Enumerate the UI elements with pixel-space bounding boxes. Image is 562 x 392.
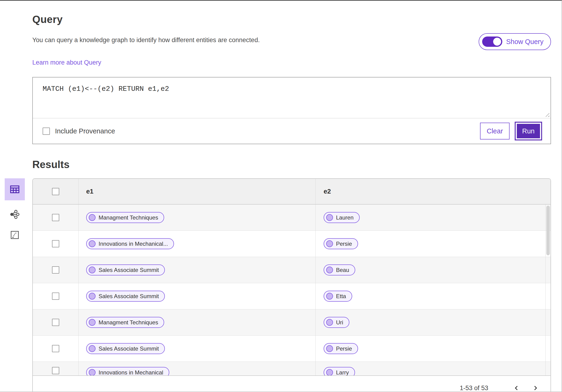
query-page: Query You can query a knowledge graph to… — [0, 0, 562, 392]
path-view-button[interactable] — [5, 228, 25, 242]
table-row: Sales Associate Summit Persie — [33, 336, 550, 362]
entity-pill[interactable]: Beau — [324, 265, 355, 276]
entity-node-icon — [89, 214, 95, 221]
show-query-label: Show Query — [506, 38, 543, 46]
chevron-left-icon — [513, 384, 520, 392]
entity-pill[interactable]: Persie — [324, 238, 358, 249]
entity-pill[interactable]: Lauren — [324, 212, 360, 223]
results-area: e1 e2 Managment Techniques Lauren Innova… — [32, 178, 551, 392]
entity-node-icon — [89, 319, 95, 326]
entity-label: Larry — [336, 369, 349, 376]
entity-label: Managment Techniques — [99, 214, 158, 221]
entity-node-icon — [326, 369, 333, 375]
entity-pill[interactable]: Innovations in Mechanical... — [86, 238, 174, 249]
toggle-switch-icon[interactable] — [482, 36, 502, 47]
entity-pill[interactable]: Managment Techniques — [86, 317, 164, 328]
entity-pill[interactable]: Innovations in Mechanical — [86, 367, 169, 375]
header-row: You can query a knowledge graph to ident… — [32, 35, 551, 50]
entity-pill[interactable]: Managment Techniques — [86, 212, 164, 223]
row-checkbox[interactable] — [52, 240, 59, 247]
resize-handle-icon[interactable] — [544, 111, 549, 117]
table-icon — [9, 184, 21, 195]
entity-node-icon — [89, 369, 95, 375]
entity-node-icon — [326, 214, 333, 221]
toggle-knob — [493, 38, 501, 46]
entity-pill[interactable]: Persie — [324, 343, 358, 354]
entity-pill[interactable]: Uri — [324, 317, 349, 328]
entity-node-icon — [89, 266, 95, 273]
entity-node-icon — [89, 293, 95, 300]
chevron-right-icon — [532, 384, 539, 392]
results-table: e1 e2 Managment Techniques Lauren Innova… — [32, 178, 551, 392]
entity-pill[interactable]: Sales Associate Summit — [86, 343, 165, 354]
entity-label: Persie — [336, 346, 352, 352]
table-row: Sales Associate Summit Etta — [33, 283, 550, 309]
entity-node-icon — [326, 345, 333, 352]
page-title: Query — [32, 13, 551, 25]
entity-label: Uri — [336, 319, 343, 326]
table-scrollbar[interactable] — [545, 205, 550, 375]
row-checkbox[interactable] — [52, 293, 59, 300]
entity-label: Sales Associate Summit — [99, 346, 159, 352]
query-controls: Include Provenance Clear Run — [33, 118, 550, 144]
entity-label: Etta — [336, 293, 346, 300]
query-text[interactable]: MATCH (e1)<--(e2) RETURN e1,e2 — [33, 78, 550, 93]
row-checkbox[interactable] — [52, 345, 59, 352]
entity-node-icon — [326, 240, 333, 247]
run-button[interactable]: Run — [515, 122, 542, 140]
entity-pill[interactable]: Etta — [324, 291, 352, 302]
pagination-next-button[interactable] — [530, 381, 541, 392]
column-header-e2[interactable]: e2 — [316, 179, 550, 204]
view-mode-rail — [5, 178, 25, 242]
row-checkbox[interactable] — [52, 214, 59, 221]
entity-label: Sales Associate Summit — [99, 293, 159, 300]
row-checkbox[interactable] — [52, 319, 59, 326]
graph-view-button[interactable] — [5, 208, 25, 221]
route-icon — [10, 230, 20, 240]
query-buttons: Clear Run — [480, 122, 542, 140]
show-query-toggle[interactable]: Show Query — [479, 33, 551, 50]
table-row: Sales Associate Summit Beau — [33, 257, 550, 283]
include-provenance-option[interactable]: Include Provenance — [43, 127, 115, 135]
table-row: Managment Techniques Uri — [33, 309, 550, 336]
row-checkbox[interactable] — [52, 266, 59, 274]
entity-node-icon — [89, 345, 95, 352]
results-title: Results — [32, 159, 551, 170]
include-provenance-label: Include Provenance — [55, 127, 115, 135]
table-row: Innovations in Mechanical... Persie — [33, 231, 550, 257]
select-all-checkbox[interactable] — [52, 188, 59, 195]
entity-label: Innovations in Mechanical — [99, 369, 163, 376]
entity-pill[interactable]: Sales Associate Summit — [86, 291, 165, 302]
learn-more-link[interactable]: Learn more about Query — [32, 59, 101, 66]
pagination-range: 1-53 of 53 — [460, 384, 488, 392]
entity-label: Innovations in Mechanical... — [99, 241, 168, 247]
entity-label: Managment Techniques — [99, 319, 158, 326]
query-editor[interactable]: MATCH (e1)<--(e2) RETURN e1,e2 — [33, 78, 550, 118]
clear-button[interactable]: Clear — [480, 123, 509, 139]
column-header-e1[interactable]: e1 — [79, 179, 316, 204]
entity-pill[interactable]: Sales Associate Summit — [86, 265, 165, 276]
table-row: Managment Techniques Lauren — [33, 205, 550, 231]
entity-node-icon — [326, 293, 333, 300]
graph-nodes-icon — [9, 209, 20, 220]
entity-label: Lauren — [336, 214, 354, 221]
entity-node-icon — [326, 319, 333, 326]
entity-label: Persie — [336, 241, 352, 247]
page-content: Query You can query a knowledge graph to… — [0, 1, 562, 392]
entity-node-icon — [326, 266, 333, 273]
table-body: Managment Techniques Lauren Innovations … — [33, 205, 550, 375]
pagination-prev-button[interactable] — [511, 381, 522, 392]
entity-pill[interactable]: Larry — [324, 367, 355, 375]
include-provenance-checkbox[interactable] — [43, 127, 50, 135]
table-view-button[interactable] — [5, 178, 25, 200]
entity-node-icon — [89, 240, 95, 247]
page-description: You can query a knowledge graph to ident… — [32, 35, 260, 44]
entity-label: Beau — [336, 267, 349, 273]
row-checkbox[interactable] — [52, 367, 59, 374]
table-row: Innovations in Mechanical Larry — [33, 362, 550, 375]
scrollbar-thumb[interactable] — [546, 206, 550, 255]
header-checkbox-cell — [33, 179, 79, 204]
table-header: e1 e2 — [33, 179, 550, 205]
query-panel: MATCH (e1)<--(e2) RETURN e1,e2 Include P… — [32, 77, 551, 144]
entity-label: Sales Associate Summit — [99, 267, 159, 273]
